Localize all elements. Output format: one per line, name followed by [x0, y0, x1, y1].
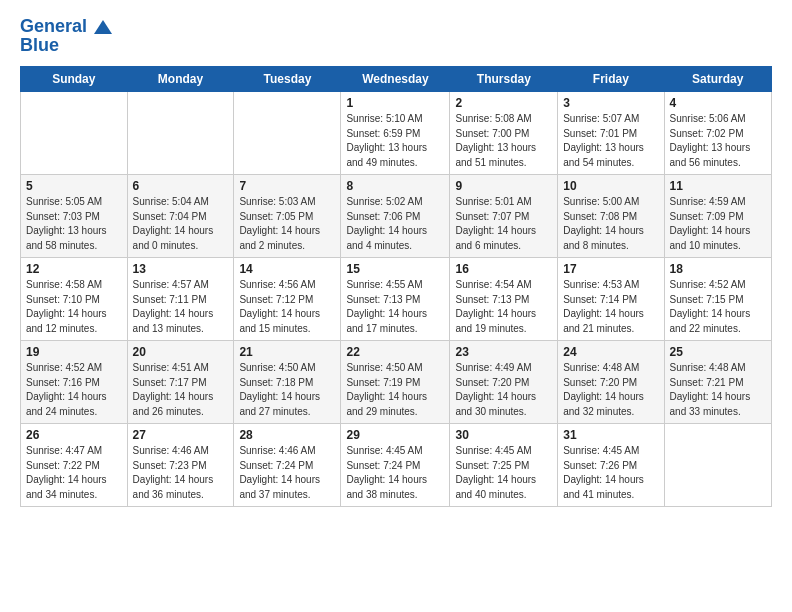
day-info: Sunrise: 4:48 AMSunset: 7:20 PMDaylight:… [563, 361, 658, 419]
day-cell: 12Sunrise: 4:58 AMSunset: 7:10 PMDayligh… [21, 258, 128, 341]
day-info: Sunrise: 4:57 AMSunset: 7:11 PMDaylight:… [133, 278, 229, 336]
day-number: 25 [670, 345, 766, 359]
day-number: 19 [26, 345, 122, 359]
day-info: Sunrise: 4:56 AMSunset: 7:12 PMDaylight:… [239, 278, 335, 336]
day-cell: 30Sunrise: 4:45 AMSunset: 7:25 PMDayligh… [450, 424, 558, 507]
day-cell: 6Sunrise: 5:04 AMSunset: 7:04 PMDaylight… [127, 175, 234, 258]
weekday-header-wednesday: Wednesday [341, 67, 450, 92]
day-number: 20 [133, 345, 229, 359]
day-cell: 10Sunrise: 5:00 AMSunset: 7:08 PMDayligh… [558, 175, 664, 258]
day-info: Sunrise: 4:59 AMSunset: 7:09 PMDaylight:… [670, 195, 766, 253]
day-number: 29 [346, 428, 444, 442]
day-info: Sunrise: 5:07 AMSunset: 7:01 PMDaylight:… [563, 112, 658, 170]
day-cell: 2Sunrise: 5:08 AMSunset: 7:00 PMDaylight… [450, 92, 558, 175]
day-number: 7 [239, 179, 335, 193]
day-info: Sunrise: 5:02 AMSunset: 7:06 PMDaylight:… [346, 195, 444, 253]
day-number: 8 [346, 179, 444, 193]
calendar-table: SundayMondayTuesdayWednesdayThursdayFrid… [20, 66, 772, 507]
day-number: 15 [346, 262, 444, 276]
day-cell: 29Sunrise: 4:45 AMSunset: 7:24 PMDayligh… [341, 424, 450, 507]
day-cell: 26Sunrise: 4:47 AMSunset: 7:22 PMDayligh… [21, 424, 128, 507]
weekday-header-row: SundayMondayTuesdayWednesdayThursdayFrid… [21, 67, 772, 92]
day-cell [664, 424, 771, 507]
day-number: 10 [563, 179, 658, 193]
day-cell: 25Sunrise: 4:48 AMSunset: 7:21 PMDayligh… [664, 341, 771, 424]
day-cell: 13Sunrise: 4:57 AMSunset: 7:11 PMDayligh… [127, 258, 234, 341]
day-info: Sunrise: 4:58 AMSunset: 7:10 PMDaylight:… [26, 278, 122, 336]
day-number: 22 [346, 345, 444, 359]
day-info: Sunrise: 4:46 AMSunset: 7:24 PMDaylight:… [239, 444, 335, 502]
week-row-3: 12Sunrise: 4:58 AMSunset: 7:10 PMDayligh… [21, 258, 772, 341]
day-info: Sunrise: 4:51 AMSunset: 7:17 PMDaylight:… [133, 361, 229, 419]
weekday-header-thursday: Thursday [450, 67, 558, 92]
day-info: Sunrise: 4:45 AMSunset: 7:24 PMDaylight:… [346, 444, 444, 502]
day-info: Sunrise: 5:06 AMSunset: 7:02 PMDaylight:… [670, 112, 766, 170]
week-row-4: 19Sunrise: 4:52 AMSunset: 7:16 PMDayligh… [21, 341, 772, 424]
day-number: 2 [455, 96, 552, 110]
logo-blue-text: Blue [20, 35, 112, 56]
day-info: Sunrise: 5:10 AMSunset: 6:59 PMDaylight:… [346, 112, 444, 170]
logo-text: General [20, 16, 112, 37]
day-number: 1 [346, 96, 444, 110]
day-number: 12 [26, 262, 122, 276]
weekday-header-sunday: Sunday [21, 67, 128, 92]
week-row-5: 26Sunrise: 4:47 AMSunset: 7:22 PMDayligh… [21, 424, 772, 507]
day-number: 16 [455, 262, 552, 276]
day-info: Sunrise: 4:48 AMSunset: 7:21 PMDaylight:… [670, 361, 766, 419]
day-info: Sunrise: 5:01 AMSunset: 7:07 PMDaylight:… [455, 195, 552, 253]
day-number: 23 [455, 345, 552, 359]
day-info: Sunrise: 5:04 AMSunset: 7:04 PMDaylight:… [133, 195, 229, 253]
day-cell: 7Sunrise: 5:03 AMSunset: 7:05 PMDaylight… [234, 175, 341, 258]
weekday-header-saturday: Saturday [664, 67, 771, 92]
day-info: Sunrise: 4:55 AMSunset: 7:13 PMDaylight:… [346, 278, 444, 336]
day-cell: 18Sunrise: 4:52 AMSunset: 7:15 PMDayligh… [664, 258, 771, 341]
day-number: 24 [563, 345, 658, 359]
day-info: Sunrise: 5:03 AMSunset: 7:05 PMDaylight:… [239, 195, 335, 253]
day-number: 14 [239, 262, 335, 276]
weekday-header-monday: Monday [127, 67, 234, 92]
day-cell: 24Sunrise: 4:48 AMSunset: 7:20 PMDayligh… [558, 341, 664, 424]
day-cell [234, 92, 341, 175]
day-cell: 20Sunrise: 4:51 AMSunset: 7:17 PMDayligh… [127, 341, 234, 424]
day-cell: 21Sunrise: 4:50 AMSunset: 7:18 PMDayligh… [234, 341, 341, 424]
day-info: Sunrise: 4:49 AMSunset: 7:20 PMDaylight:… [455, 361, 552, 419]
day-cell: 14Sunrise: 4:56 AMSunset: 7:12 PMDayligh… [234, 258, 341, 341]
day-cell: 15Sunrise: 4:55 AMSunset: 7:13 PMDayligh… [341, 258, 450, 341]
day-cell: 8Sunrise: 5:02 AMSunset: 7:06 PMDaylight… [341, 175, 450, 258]
svg-marker-0 [94, 20, 112, 34]
day-number: 30 [455, 428, 552, 442]
day-number: 26 [26, 428, 122, 442]
logo-icon [94, 20, 112, 34]
day-cell: 23Sunrise: 4:49 AMSunset: 7:20 PMDayligh… [450, 341, 558, 424]
day-number: 4 [670, 96, 766, 110]
day-number: 31 [563, 428, 658, 442]
day-cell: 5Sunrise: 5:05 AMSunset: 7:03 PMDaylight… [21, 175, 128, 258]
day-info: Sunrise: 5:00 AMSunset: 7:08 PMDaylight:… [563, 195, 658, 253]
day-cell [21, 92, 128, 175]
weekday-header-tuesday: Tuesday [234, 67, 341, 92]
week-row-1: 1Sunrise: 5:10 AMSunset: 6:59 PMDaylight… [21, 92, 772, 175]
day-cell: 1Sunrise: 5:10 AMSunset: 6:59 PMDaylight… [341, 92, 450, 175]
day-cell: 4Sunrise: 5:06 AMSunset: 7:02 PMDaylight… [664, 92, 771, 175]
day-number: 11 [670, 179, 766, 193]
day-number: 3 [563, 96, 658, 110]
day-info: Sunrise: 4:53 AMSunset: 7:14 PMDaylight:… [563, 278, 658, 336]
day-number: 27 [133, 428, 229, 442]
day-cell: 19Sunrise: 4:52 AMSunset: 7:16 PMDayligh… [21, 341, 128, 424]
day-info: Sunrise: 4:46 AMSunset: 7:23 PMDaylight:… [133, 444, 229, 502]
calendar-page: General Blue SundayMondayTuesdayWednesda… [0, 0, 792, 612]
day-cell: 16Sunrise: 4:54 AMSunset: 7:13 PMDayligh… [450, 258, 558, 341]
day-cell: 17Sunrise: 4:53 AMSunset: 7:14 PMDayligh… [558, 258, 664, 341]
day-info: Sunrise: 4:50 AMSunset: 7:19 PMDaylight:… [346, 361, 444, 419]
day-cell: 31Sunrise: 4:45 AMSunset: 7:26 PMDayligh… [558, 424, 664, 507]
day-cell: 27Sunrise: 4:46 AMSunset: 7:23 PMDayligh… [127, 424, 234, 507]
day-number: 18 [670, 262, 766, 276]
day-info: Sunrise: 4:52 AMSunset: 7:16 PMDaylight:… [26, 361, 122, 419]
weekday-header-friday: Friday [558, 67, 664, 92]
day-info: Sunrise: 5:08 AMSunset: 7:00 PMDaylight:… [455, 112, 552, 170]
day-info: Sunrise: 4:50 AMSunset: 7:18 PMDaylight:… [239, 361, 335, 419]
day-cell: 11Sunrise: 4:59 AMSunset: 7:09 PMDayligh… [664, 175, 771, 258]
day-info: Sunrise: 4:54 AMSunset: 7:13 PMDaylight:… [455, 278, 552, 336]
day-number: 9 [455, 179, 552, 193]
day-cell [127, 92, 234, 175]
